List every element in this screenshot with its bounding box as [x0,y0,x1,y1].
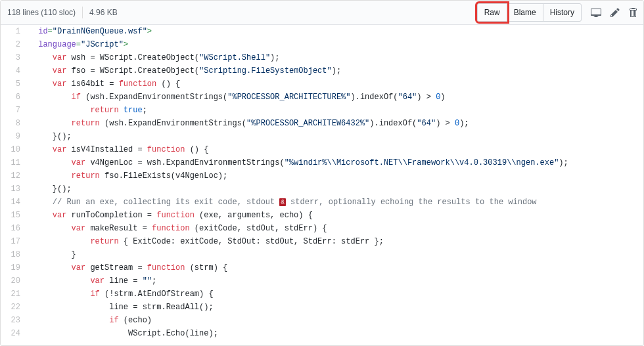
blob-code: var makeResult = function (exitCode, std… [27,222,643,235]
blob-num: 21 [1,288,27,301]
file-actions: Raw Blame History [477,3,637,22]
blob-num: 23 [1,314,27,327]
blob-num: 20 [1,274,27,288]
blob-num: 9 [1,130,27,143]
code-line: 8 return (wsh.ExpandEnvironmentStrings("… [1,117,643,130]
blob-code: var line = ""; [27,274,643,288]
file-size: 4.96 KB [89,8,118,17]
blob-code: var is64bit = function () { [27,77,643,91]
blob-num: 11 [1,156,27,169]
blob-code: line = strm.ReadAll(); [27,301,643,314]
blob-num: 6 [1,91,27,104]
blob-code: return true; [27,104,643,117]
invalid-char-icon: & [279,198,285,206]
blob-num: 2 [1,38,27,51]
blob-code: var getStream = function (strm) { [27,261,643,274]
blob-code: } [27,248,643,261]
code-line: 20 var line = ""; [1,274,643,288]
code-line: 23 if (echo) [1,314,643,327]
blob-num: 10 [1,143,27,156]
blob-num: 14 [1,196,27,209]
file-info: 118 lines (110 sloc) 4.96 KB [7,7,118,18]
blob-num: 4 [1,64,27,77]
blob-code: var isV4Installed = function () { [27,143,643,156]
code-line: 2 language="JScript"> [1,38,643,51]
file-view: 118 lines (110 sloc) 4.96 KB Raw Blame H… [0,0,644,346]
code-line: 13 }(); [1,183,643,196]
trashcan-icon[interactable] [629,7,637,18]
blame-button[interactable]: Blame [507,3,543,22]
code-line: 17 return { ExitCode: exitCode, StdOut: … [1,235,643,248]
blob-code: var runToCompletion = function (exe, arg… [27,209,643,222]
blob-code: WScript.Echo(line); [27,327,643,340]
icon-actions [591,7,637,18]
code-line: 7 return true; [1,104,643,117]
blob-num: 19 [1,261,27,274]
code-line: 11 var v4NgenLoc = wsh.ExpandEnvironment… [1,156,643,169]
blob-code: var v4NgenLoc = wsh.ExpandEnvironmentStr… [27,156,643,169]
blob-num: 16 [1,222,27,235]
code-line: 10 var isV4Installed = function () { [1,143,643,156]
pencil-icon[interactable] [610,7,620,18]
file-header: 118 lines (110 sloc) 4.96 KB Raw Blame H… [1,1,643,25]
file-info-divider [82,7,83,18]
blob-code: var fso = WScript.CreateObject("Scriptin… [27,64,643,77]
code-line: 3 var wsh = WScript.CreateObject("WScrip… [1,51,643,64]
blob-code: }(); [27,130,643,143]
code-line: 18 } [1,248,643,261]
blob-num: 18 [1,248,27,261]
code-line: 6 if (wsh.ExpandEnvironmentStrings("%PRO… [1,91,643,104]
code-line: 12 return fso.FileExists(v4NgenLoc); [1,169,643,183]
code-line: 1 id="DrainNGenQueue.wsf"> [1,25,643,38]
blob-num: 7 [1,104,27,117]
file-lines-sloc: 118 lines (110 sloc) [7,8,76,17]
blob-code: if (wsh.ExpandEnvironmentStrings("%PROCE… [27,91,643,104]
blob-num: 13 [1,183,27,196]
code-line: 16 var makeResult = function (exitCode, … [1,222,643,235]
desktop-icon[interactable] [591,7,601,18]
blob-num: 3 [1,51,27,64]
blob-code: var wsh = WScript.CreateObject("WScript.… [27,51,643,64]
code-line: 22 line = strm.ReadAll(); [1,301,643,314]
blob-num: 8 [1,117,27,130]
blob-num: 15 [1,209,27,222]
code-line: 21 if (!strm.AtEndOfStream) { [1,288,643,301]
code-line: 14 // Run an exe, collecting its exit co… [1,196,643,209]
raw-button[interactable]: Raw [477,3,507,22]
blob-num: 5 [1,77,27,91]
blob-num: 17 [1,235,27,248]
code-line: 4 var fso = WScript.CreateObject("Script… [1,64,643,77]
blob-code: // Run an exe, collecting its exit code,… [27,196,643,209]
blob-code: return fso.FileExists(v4NgenLoc); [27,169,643,183]
blob-code: id="DrainNGenQueue.wsf"> [27,25,643,38]
blob-code: }(); [27,183,643,196]
blob-code: if (!strm.AtEndOfStream) { [27,288,643,301]
code-line: 24 WScript.Echo(line); [1,327,643,340]
blob-num: 22 [1,301,27,314]
code-line: 5 var is64bit = function () { [1,77,643,91]
blob-code: language="JScript"> [27,38,643,51]
code-line: 15 var runToCompletion = function (exe, … [1,209,643,222]
blob-num: 24 [1,327,27,340]
code-line: 9 }(); [1,130,643,143]
blob-code: return { ExitCode: exitCode, StdOut: std… [27,235,643,248]
blob-num: 1 [1,25,27,38]
blob-code: return (wsh.ExpandEnvironmentStrings("%P… [27,117,643,130]
blob-num: 12 [1,169,27,183]
code-line: 19 var getStream = function (strm) { [1,261,643,274]
history-button[interactable]: History [543,3,582,22]
file-button-group: Raw Blame History [477,3,582,22]
code-table: 1 id="DrainNGenQueue.wsf">2 language="JS… [1,25,643,340]
blob-code: if (echo) [27,314,643,327]
